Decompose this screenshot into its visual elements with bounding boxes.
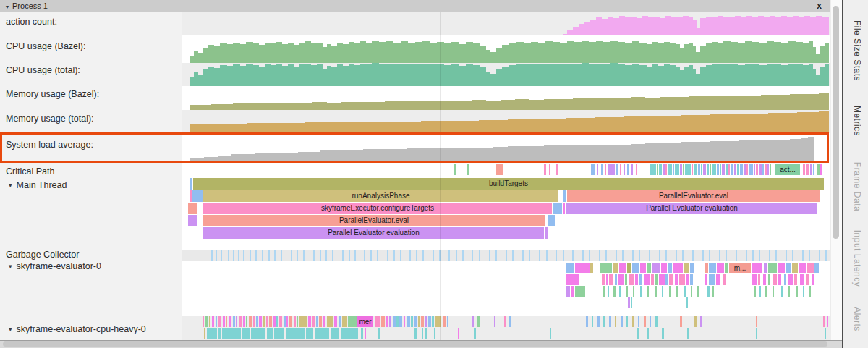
garbage-collector-track[interactable]: [182, 250, 830, 261]
slice[interactable]: [494, 316, 495, 327]
slice[interactable]: [754, 286, 756, 297]
slice[interactable]: [218, 316, 221, 327]
slice[interactable]: [563, 190, 566, 202]
slice[interactable]: [673, 164, 674, 175]
gc-tick[interactable]: [616, 250, 617, 261]
slice[interactable]: [728, 164, 730, 175]
slice[interactable]: [644, 316, 646, 327]
slice[interactable]: [590, 263, 593, 273]
slice[interactable]: [188, 203, 197, 214]
slice[interactable]: [631, 164, 633, 175]
slice[interactable]: [239, 316, 242, 327]
slice[interactable]: [650, 316, 651, 327]
slice[interactable]: [608, 164, 615, 175]
slice[interactable]: [710, 164, 711, 175]
gc-tick[interactable]: [632, 250, 634, 261]
slice[interactable]: [284, 316, 286, 327]
slice[interactable]: [315, 328, 329, 339]
slice[interactable]: [723, 274, 726, 285]
gc-tick[interactable]: [354, 250, 356, 261]
slice[interactable]: [680, 316, 682, 327]
slice[interactable]: [731, 164, 733, 175]
slice[interactable]: [597, 316, 600, 327]
slice[interactable]: [651, 274, 654, 285]
slice[interactable]: [781, 286, 783, 297]
slice[interactable]: [701, 164, 702, 175]
main-thread-row-3[interactable]: ParallelEvaluator.eval: [182, 215, 830, 226]
slice[interactable]: [339, 316, 341, 327]
slice[interactable]: [810, 164, 812, 175]
slice[interactable]: [550, 328, 551, 339]
track-label-main-thread[interactable]: ▾Main Thread: [7, 179, 67, 191]
slice[interactable]: [263, 316, 265, 327]
gc-tick[interactable]: [512, 250, 514, 261]
slice[interactable]: [694, 316, 697, 327]
slice[interactable]: [556, 164, 558, 175]
gc-tick[interactable]: [377, 250, 378, 261]
slice[interactable]: [686, 274, 689, 285]
gc-tick[interactable]: [692, 250, 694, 261]
slice[interactable]: [820, 164, 822, 175]
slice[interactable]: [680, 164, 682, 175]
slice[interactable]: [608, 286, 609, 297]
gc-tick[interactable]: [387, 250, 388, 261]
slice[interactable]: [192, 190, 203, 202]
slice[interactable]: [679, 274, 685, 285]
slice[interactable]: [632, 316, 634, 327]
collapse-arrow-icon[interactable]: ▾: [9, 260, 12, 272]
gc-tick[interactable]: [297, 250, 298, 261]
slice[interactable]: [684, 263, 689, 273]
slice[interactable]: [799, 263, 806, 273]
gc-tick[interactable]: [448, 250, 450, 261]
slice[interactable]: [627, 164, 629, 175]
gc-tick[interactable]: [342, 250, 344, 261]
slice[interactable]: [378, 328, 380, 339]
slice[interactable]: [212, 316, 214, 327]
gc-tick[interactable]: [759, 250, 760, 261]
gc-tick[interactable]: [825, 250, 827, 261]
slice[interactable]: [422, 328, 423, 339]
slice[interactable]: [813, 164, 814, 175]
slice-act[interactable]: act...: [775, 164, 800, 175]
slice[interactable]: [827, 316, 828, 327]
gc-tick[interactable]: [775, 250, 777, 261]
slice[interactable]: [659, 274, 665, 285]
slice[interactable]: [636, 164, 637, 175]
gc-tick[interactable]: [572, 250, 574, 261]
slice[interactable]: [778, 274, 781, 285]
slice[interactable]: [760, 286, 761, 297]
slice[interactable]: [603, 286, 605, 297]
slice[interactable]: [803, 286, 804, 297]
slice[interactable]: [575, 286, 585, 297]
slice[interactable]: [342, 316, 347, 327]
gc-tick[interactable]: [746, 250, 747, 261]
sidebar-tab-input-latency[interactable]: Input Latency: [852, 230, 862, 287]
slice[interactable]: [773, 286, 774, 297]
gc-tick[interactable]: [439, 250, 441, 261]
evaluator0-row-1[interactable]: [182, 274, 830, 285]
gc-tick[interactable]: [255, 250, 257, 261]
slice[interactable]: [639, 274, 642, 285]
slice[interactable]: [712, 286, 714, 297]
slice[interactable]: [640, 286, 642, 297]
slice[interactable]: [619, 263, 626, 273]
slice[interactable]: [286, 316, 288, 327]
slice[interactable]: [566, 263, 574, 273]
slice[interactable]: [243, 316, 245, 327]
slice[interactable]: [341, 328, 358, 339]
gc-tick[interactable]: [274, 250, 276, 261]
slice[interactable]: [620, 164, 621, 175]
gc-tick[interactable]: [349, 250, 350, 261]
gc-tick[interactable]: [472, 250, 473, 261]
slice[interactable]: [652, 263, 660, 273]
gc-tick[interactable]: [682, 250, 684, 261]
slice[interactable]: [618, 274, 624, 285]
slice[interactable]: [655, 286, 657, 297]
slice[interactable]: [675, 164, 679, 175]
slice[interactable]: [548, 215, 555, 226]
slice[interactable]: [690, 274, 693, 285]
slice-parallel-evaluator-evaluation[interactable]: Parallel Evaluator evaluation: [203, 227, 544, 239]
gc-tick[interactable]: [228, 250, 229, 261]
slice[interactable]: [474, 328, 476, 339]
gc-tick[interactable]: [539, 250, 540, 261]
